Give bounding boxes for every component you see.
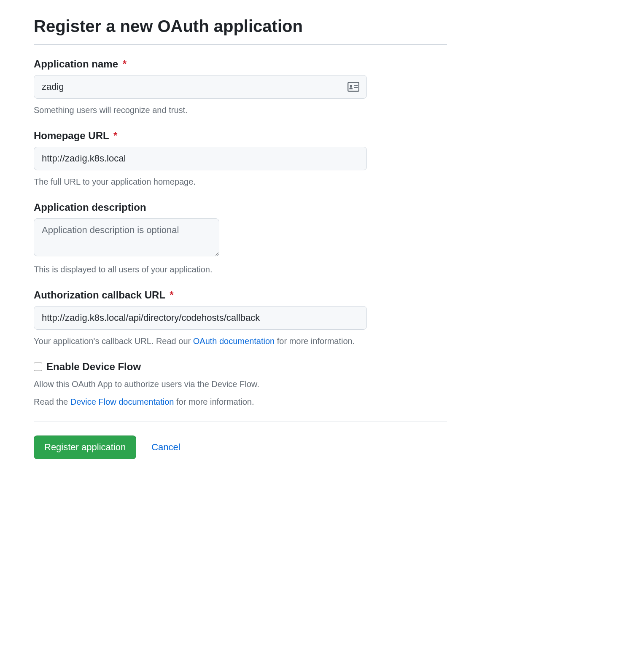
app-name-input[interactable] xyxy=(34,75,367,99)
callback-url-help-suffix: for more information. xyxy=(275,336,355,346)
divider xyxy=(34,44,447,45)
app-name-input-wrapper xyxy=(34,75,367,99)
device-flow-checkbox[interactable] xyxy=(34,363,42,371)
homepage-url-help: The full URL to your application homepag… xyxy=(34,175,447,188)
svg-rect-2 xyxy=(354,85,358,86)
device-flow-docs-link[interactable]: Device Flow documentation xyxy=(70,397,174,406)
divider xyxy=(34,422,447,422)
device-flow-checkbox-row: Enable Device Flow xyxy=(34,361,447,373)
field-app-description: Application description This is displaye… xyxy=(34,202,447,276)
svg-point-1 xyxy=(350,85,352,87)
cancel-button[interactable]: Cancel xyxy=(151,442,180,453)
app-description-label: Application description xyxy=(34,202,447,213)
page-title: Register a new OAuth application xyxy=(34,17,447,36)
callback-url-label-text: Authorization callback URL xyxy=(34,289,165,301)
svg-rect-3 xyxy=(354,87,358,88)
device-flow-help-1: Allow this OAuth App to authorize users … xyxy=(34,378,447,390)
app-name-label: Application name * xyxy=(34,58,447,70)
oauth-docs-link[interactable]: OAuth documentation xyxy=(193,336,275,346)
button-row: Register application Cancel xyxy=(34,435,447,459)
id-badge-icon xyxy=(348,82,359,92)
callback-url-help-prefix: Your application's callback URL. Read ou… xyxy=(34,336,193,346)
callback-url-label: Authorization callback URL * xyxy=(34,289,447,301)
app-description-help: This is displayed to all users of your a… xyxy=(34,263,447,276)
register-button[interactable]: Register application xyxy=(34,435,136,459)
field-callback-url: Authorization callback URL * Your applic… xyxy=(34,289,447,347)
field-homepage-url: Homepage URL * The full URL to your appl… xyxy=(34,130,447,188)
field-app-name: Application name * Something users will … xyxy=(34,58,447,116)
required-indicator: * xyxy=(113,130,117,141)
app-description-textarea[interactable] xyxy=(34,218,219,256)
homepage-url-label: Homepage URL * xyxy=(34,130,447,142)
app-name-help: Something users will recognize and trust… xyxy=(34,104,447,116)
callback-url-help: Your application's callback URL. Read ou… xyxy=(34,335,447,347)
app-name-label-text: Application name xyxy=(34,58,118,70)
device-flow-help-2: Read the Device Flow documentation for m… xyxy=(34,395,447,408)
device-flow-help-2-prefix: Read the xyxy=(34,397,70,406)
callback-url-input[interactable] xyxy=(34,306,367,330)
device-flow-label: Enable Device Flow xyxy=(46,361,141,373)
homepage-url-input[interactable] xyxy=(34,147,367,170)
field-device-flow: Enable Device Flow Allow this OAuth App … xyxy=(34,361,447,408)
homepage-url-label-text: Homepage URL xyxy=(34,130,109,141)
required-indicator: * xyxy=(170,289,173,301)
device-flow-help-2-suffix: for more information. xyxy=(174,397,254,406)
required-indicator: * xyxy=(123,58,127,70)
